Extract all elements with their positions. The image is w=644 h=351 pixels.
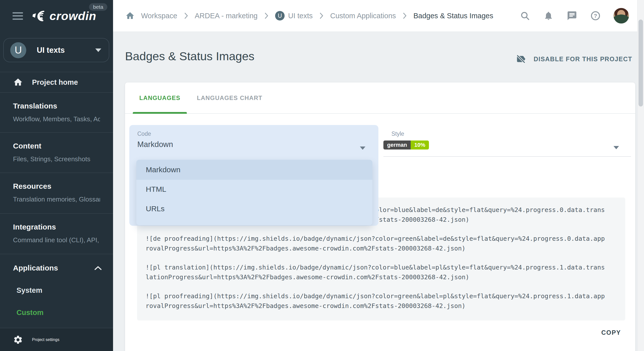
sidebar-item-custom[interactable]: Custom xyxy=(0,308,113,317)
sidebar-item-project-settings[interactable]: Project settings xyxy=(0,328,113,351)
breadcrumb-ui-texts[interactable]: U UI texts xyxy=(275,11,313,20)
sidebar-item-content[interactable]: Content Files, Strings, Screenshots xyxy=(0,133,113,173)
crowdin-logo-icon xyxy=(32,10,48,22)
help-icon[interactable]: ? xyxy=(590,10,601,21)
sidebar-item-integrations[interactable]: Integrations Command line tool (CLI), AP… xyxy=(0,214,113,254)
topbar-icons: ? xyxy=(519,8,644,24)
section-subtitle: Workflow, Members, Tasks, Act… xyxy=(13,115,100,123)
code-line: ![de proofreading](https://img.shields.i… xyxy=(146,234,617,244)
dropdown-caret-icon xyxy=(613,146,619,149)
breadcrumb-custom-applications[interactable]: Custom Applications xyxy=(330,12,396,20)
chevron-down-icon xyxy=(95,48,101,52)
code-line: ![pl translation](https://img.shields.io… xyxy=(146,262,617,272)
breadcrumb: Workspace ARDEA - marketing U UI texts C… xyxy=(113,11,493,21)
chevron-right-icon xyxy=(319,12,324,20)
style-select[interactable]: Style german 10% xyxy=(383,125,631,157)
code-select-label: Code xyxy=(137,130,151,137)
breadcrumb-label: UI texts xyxy=(288,12,313,20)
code-line: lationProgress&url=https%3A%2F%2Fbadges.… xyxy=(146,272,617,282)
chevron-right-icon xyxy=(402,12,407,20)
sidebar-item-label: Project home xyxy=(32,78,78,86)
chevron-up-icon xyxy=(94,266,102,270)
project-initial-chip: U xyxy=(275,11,285,20)
tab-languages-chart[interactable]: LANGUAGES CHART xyxy=(196,82,263,113)
sidebar-header: crowdin beta xyxy=(0,0,113,32)
crowdin-logo-text: crowdin xyxy=(50,9,96,23)
menu-option-html[interactable]: HTML xyxy=(136,180,372,199)
tab-languages[interactable]: LANGUAGES xyxy=(138,82,181,113)
sidebar-item-resources[interactable]: Resources Translation memories, Glossari… xyxy=(0,173,113,214)
sidebar-group-applications: Applications System Custom xyxy=(0,254,113,328)
disable-button-label: DISABLE FOR THIS PROJECT xyxy=(534,56,632,63)
messages-chat-icon[interactable] xyxy=(566,10,577,21)
label-off-icon xyxy=(516,54,526,64)
sidebar-item-applications[interactable]: Applications xyxy=(0,254,113,272)
code-select-value: Markdown xyxy=(137,140,173,149)
breadcrumb-workspace[interactable]: Workspace xyxy=(141,12,177,20)
breadcrumb-project[interactable]: ARDEA - marketing xyxy=(195,12,258,20)
home-icon xyxy=(13,77,23,87)
section-title: Resources xyxy=(13,182,100,190)
app-window: crowdin beta U UI texts Project home Tra… xyxy=(0,0,644,351)
copy-button[interactable]: COPY xyxy=(601,329,621,336)
code-paragraph: ![pl proofreading](https://img.shields.i… xyxy=(146,291,617,311)
sidebar-item-project-home[interactable]: Project home xyxy=(0,72,113,93)
notifications-bell-icon[interactable] xyxy=(543,10,554,21)
scrollbar-thumb[interactable] xyxy=(638,20,643,106)
home-icon[interactable] xyxy=(125,11,135,21)
code-line: rovalProgress&url=https%3A%2F%2Fbadges.a… xyxy=(146,301,617,311)
sidebar-item-label: Project settings xyxy=(32,338,59,342)
gear-icon xyxy=(13,335,23,345)
page-title: Badges & Status Images xyxy=(125,49,254,63)
section-title: Content xyxy=(13,142,100,150)
chevron-right-icon xyxy=(264,12,269,20)
project-avatar: U xyxy=(10,42,26,58)
search-icon[interactable] xyxy=(519,10,530,21)
disable-for-project-button[interactable]: DISABLE FOR THIS PROJECT xyxy=(516,54,632,64)
chevron-right-icon xyxy=(183,12,189,20)
badges-card: LANGUAGES LANGUAGES CHART ![de translati… xyxy=(125,82,635,351)
select-underline xyxy=(383,156,631,157)
user-avatar[interactable] xyxy=(613,8,629,24)
code-line: rovalProgress&url=https%3A%2F%2Fbadges.a… xyxy=(146,244,617,253)
badge-language-segment: german xyxy=(383,140,411,150)
section-title: Applications xyxy=(13,264,58,272)
style-badge-preview: german 10% xyxy=(383,140,429,150)
page-scrollbar[interactable] xyxy=(637,0,644,351)
svg-text:?: ? xyxy=(594,13,597,19)
project-switcher[interactable]: U UI texts xyxy=(3,38,109,62)
topbar: Workspace ARDEA - marketing U UI texts C… xyxy=(113,0,644,32)
code-line: ![pl proofreading](https://img.shields.i… xyxy=(146,291,617,301)
section-title: Translations xyxy=(13,102,100,110)
menu-option-urls[interactable]: URLs xyxy=(136,199,372,219)
sidebar: crowdin beta U UI texts Project home Tra… xyxy=(0,0,113,351)
main-content: Badges & Status Images DISABLE FOR THIS … xyxy=(113,32,644,351)
section-subtitle: Command line tool (CLI), API, A… xyxy=(13,236,100,244)
breadcrumb-current-page: Badges & Status Images xyxy=(413,12,493,20)
tab-bar: LANGUAGES LANGUAGES CHART xyxy=(125,82,635,114)
beta-badge: beta xyxy=(89,3,107,11)
code-paragraph: ![pl translation](https://img.shields.io… xyxy=(146,262,617,282)
sidebar-item-translations[interactable]: Translations Workflow, Members, Tasks, A… xyxy=(0,93,113,133)
crowdin-logo[interactable]: crowdin xyxy=(32,9,96,23)
section-subtitle: Files, Strings, Screenshots xyxy=(13,155,100,163)
menu-option-markdown[interactable]: Markdown xyxy=(136,160,372,180)
badge-percent-segment: 10% xyxy=(411,140,429,150)
dropdown-caret-icon xyxy=(360,146,365,150)
section-title: Integrations xyxy=(13,223,100,231)
code-paragraph: ![de proofreading](https://img.shields.i… xyxy=(146,234,617,253)
sidebar-item-system[interactable]: System xyxy=(0,286,113,294)
hamburger-menu-icon[interactable] xyxy=(13,12,23,20)
code-select-menu: Markdown HTML URLs xyxy=(136,160,372,225)
section-subtitle: Translation memories, Glossari… xyxy=(13,196,100,203)
project-name: UI texts xyxy=(37,46,65,55)
style-select-label: Style xyxy=(391,130,404,137)
code-select[interactable]: Code Markdown Markdown HTML URLs xyxy=(129,125,378,226)
